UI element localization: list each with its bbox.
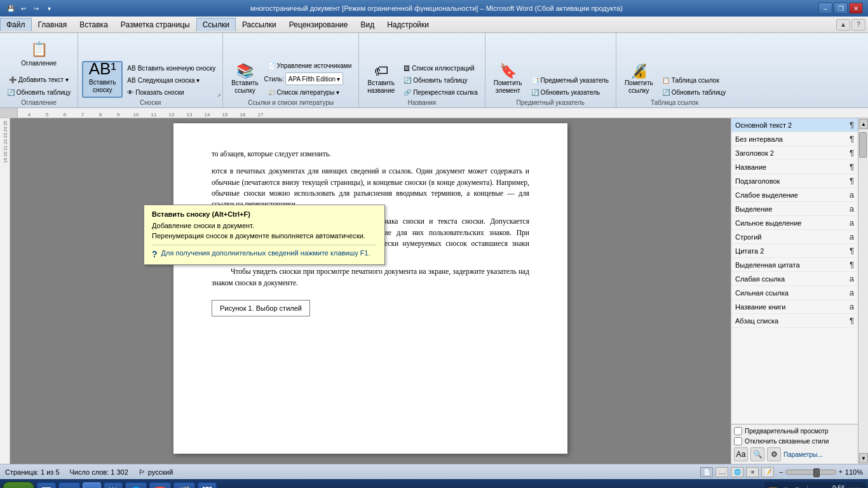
- manage-styles-button[interactable]: ⚙: [767, 447, 781, 461]
- figures-list-button[interactable]: 🖼 Список иллюстраций: [400, 62, 480, 74]
- insert-citation-button[interactable]: 📚 Вставитьссылку: [227, 61, 262, 98]
- update-toc-button[interactable]: 🔄 Обновить таблицу: [4, 86, 74, 98]
- close-button[interactable]: ✕: [849, 3, 863, 14]
- style-list-item[interactable]: Основной текст 2¶: [731, 118, 858, 132]
- save-icon[interactable]: 💾: [5, 3, 17, 14]
- style-list-item[interactable]: Название¶: [731, 160, 858, 174]
- reading-view-button[interactable]: 📖: [715, 467, 728, 477]
- new-style-button[interactable]: Аа: [734, 447, 748, 461]
- style-list-item[interactable]: Выделениеa: [731, 202, 858, 216]
- style-list-item[interactable]: Выделенная цитата¶: [731, 258, 858, 272]
- mark-citation-button[interactable]: 🔏 Пометитьссылку: [620, 61, 658, 98]
- style-indicator-icon: ¶: [850, 316, 854, 325]
- title-text: многостраничный документ [Режим ограниче…: [55, 4, 818, 12]
- lang-text: русский: [148, 468, 173, 476]
- taskbar-calendar[interactable]: 📅: [149, 482, 171, 488]
- mark-entry-button[interactable]: 🔖 Пометитьэлемент: [489, 61, 527, 98]
- restore-button[interactable]: ❐: [834, 3, 848, 14]
- web-view-button[interactable]: 🌐: [731, 467, 743, 477]
- params-link[interactable]: Параметры...: [783, 451, 823, 458]
- style-list-item[interactable]: Заголовок 2¶: [731, 146, 858, 160]
- citation-label: Вставитьссылку: [231, 79, 258, 95]
- menu-references[interactable]: Ссылки: [196, 18, 236, 31]
- status-bar: Страница: 1 из 5 Число слов: 1 302 🏳 рус…: [0, 464, 868, 479]
- style-list-item[interactable]: Строгийa: [731, 230, 858, 244]
- taskbar-word[interactable]: W: [83, 482, 101, 488]
- dropdown-icon[interactable]: ▾: [43, 3, 55, 14]
- taskbar-folder[interactable]: 📁: [58, 482, 80, 488]
- menu-file[interactable]: Файл: [0, 18, 32, 31]
- word-count-text: Число слов: 1 302: [70, 468, 128, 476]
- minimize-button[interactable]: –: [818, 3, 832, 14]
- style-list-item[interactable]: Абзац списка¶: [731, 314, 858, 328]
- table-of-authorities-button[interactable]: 📋 Таблица ссылок: [659, 74, 729, 86]
- menu-addins[interactable]: Надстройки: [381, 18, 435, 32]
- footnote-small-col: AB Вставить конечную сноску AB Следующая…: [124, 62, 219, 98]
- insert-endnote-button[interactable]: AB Вставить конечную сноску: [124, 62, 219, 74]
- next-footnote-button[interactable]: AB Следующая сноска ▾: [124, 74, 219, 86]
- style-list-item[interactable]: Сильная ссылкаa: [731, 286, 858, 300]
- taskbar-settings[interactable]: 🛡: [104, 482, 123, 488]
- style-list-item[interactable]: Название книгиa: [731, 300, 858, 314]
- update-index-button[interactable]: 🔄 Обновить указатель: [528, 86, 612, 98]
- cross-reference-button[interactable]: 🔗 Перекрестная ссылка: [400, 86, 480, 98]
- scroll-down-button[interactable]: ▼: [859, 453, 868, 463]
- scroll-up-button[interactable]: ▲: [859, 119, 868, 129]
- manage-sources-button[interactable]: 📄 Управление источниками: [264, 60, 355, 71]
- ribbon-group-citations-table: 🔏 Пометитьссылку 📋 Таблица ссылок 🔄 Обно…: [616, 33, 733, 107]
- sources-icon: 📄: [268, 62, 275, 69]
- preview-checkbox[interactable]: [734, 427, 742, 435]
- draft-view-button[interactable]: 📝: [761, 467, 774, 477]
- insert-index-button[interactable]: 📑 Предметный указатель: [528, 74, 612, 86]
- menu-review[interactable]: Рецензирование: [283, 18, 355, 32]
- style-list-item[interactable]: Цитата 2¶: [731, 244, 858, 258]
- ruler-mark: 4: [20, 112, 38, 118]
- redo-icon[interactable]: ↪: [31, 3, 42, 14]
- show-footnotes-button[interactable]: 👁 Показать сноски: [124, 86, 219, 98]
- style-list-item[interactable]: Подзаголовок¶: [731, 174, 858, 188]
- undo-icon[interactable]: ↩: [18, 3, 29, 14]
- ruler-mark: 5: [38, 112, 56, 118]
- style-inspector-button[interactable]: 🔍: [750, 447, 764, 461]
- menu-home[interactable]: Главная: [32, 18, 74, 32]
- document-area: Вставить сноску (Alt+Ctrl+F) Добавление …: [10, 118, 731, 464]
- toc-button[interactable]: 📋 Оглавление: [23, 36, 55, 72]
- help-icon[interactable]: ?: [851, 19, 865, 30]
- ribbon-minimize-icon[interactable]: ▲: [836, 19, 850, 30]
- footnotes-group-expand[interactable]: ↗: [217, 93, 221, 98]
- view-mode-buttons: 📄 📖 🌐 ≡ 📝: [700, 467, 774, 477]
- scroll-thumb[interactable]: [859, 132, 867, 158]
- zoom-out-button[interactable]: –: [779, 468, 783, 475]
- outline-view-button[interactable]: ≡: [746, 467, 759, 477]
- update-toa-button[interactable]: 🔄 Обновить таблицу: [659, 86, 729, 98]
- bibliography-button[interactable]: 📰 Список литературы ▾: [264, 86, 355, 98]
- zoom-in-button[interactable]: +: [839, 468, 843, 475]
- taskbar-media[interactable]: 🎬: [173, 482, 195, 488]
- scroll-track[interactable]: [858, 130, 868, 452]
- style-dropdown[interactable]: APA Fifth Edition ▾: [285, 72, 343, 85]
- insert-footnote-button[interactable]: AB¹ Вставитьсноску: [82, 61, 123, 98]
- taskbar-explorer[interactable]: 🗔: [37, 482, 56, 488]
- zoom-slider[interactable]: [785, 470, 836, 475]
- style-list-item[interactable]: Слабая ссылкаa: [731, 272, 858, 286]
- ruler-mark: 10: [127, 112, 145, 118]
- update-captions-button[interactable]: 🔄 Обновить таблицу: [400, 74, 480, 86]
- normal-view-button[interactable]: 📄: [700, 467, 713, 477]
- citations-table-small-col: 📋 Таблица ссылок 🔄 Обновить таблицу: [659, 74, 729, 98]
- menu-insert[interactable]: Вставка: [73, 18, 114, 32]
- style-list-item[interactable]: Слабое выделениеa: [731, 188, 858, 202]
- menu-page-layout[interactable]: Разметка страницы: [114, 18, 196, 32]
- menu-view[interactable]: Вид: [354, 18, 381, 32]
- style-indicator-icon: ¶: [850, 120, 854, 130]
- taskbar-photo[interactable]: 🖼: [198, 482, 217, 488]
- disable-linked-checkbox[interactable]: [734, 437, 742, 445]
- menu-mailings[interactable]: Рассылки: [236, 18, 283, 32]
- style-list-item[interactable]: Сильное выделениеa: [731, 216, 858, 230]
- doc-paragraph-1: то абзацев, которые следует изменить.: [212, 149, 529, 159]
- insert-caption-button[interactable]: 🏷 Вставитьназвание: [363, 61, 399, 98]
- start-button[interactable]: ⊞ Пуск: [3, 482, 34, 488]
- taskbar-browser[interactable]: 🌐: [125, 482, 147, 488]
- add-text-button[interactable]: ➕ Добавить текст ▾: [6, 74, 72, 85]
- style-list-item[interactable]: Без интервала¶: [731, 132, 858, 146]
- zoom-thumb[interactable]: [813, 468, 820, 477]
